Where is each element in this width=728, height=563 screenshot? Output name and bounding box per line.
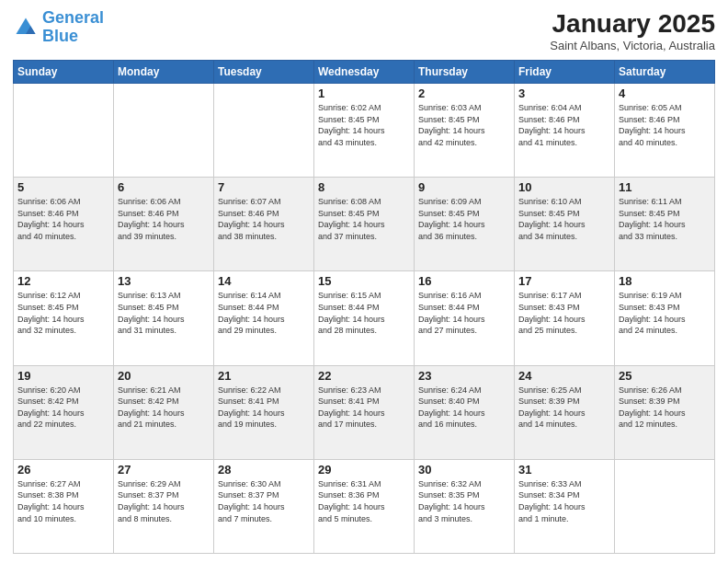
day-number: 2 <box>418 86 510 100</box>
calendar-week-5: 26Sunrise: 6:27 AM Sunset: 8:38 PM Dayli… <box>14 459 715 553</box>
calendar-cell: 8Sunrise: 6:08 AM Sunset: 8:45 PM Daylig… <box>314 178 415 271</box>
day-number: 3 <box>518 86 610 100</box>
day-info: Sunrise: 6:25 AM Sunset: 8:39 PM Dayligh… <box>518 385 610 431</box>
day-info: Sunrise: 6:11 AM Sunset: 8:45 PM Dayligh… <box>619 196 711 242</box>
calendar-cell: 9Sunrise: 6:09 AM Sunset: 8:45 PM Daylig… <box>415 178 515 271</box>
header: General Blue January 2025 Saint Albans, … <box>13 9 715 52</box>
calendar-cell: 26Sunrise: 6:27 AM Sunset: 8:38 PM Dayli… <box>14 459 114 553</box>
day-info: Sunrise: 6:30 AM Sunset: 8:37 PM Dayligh… <box>218 478 310 524</box>
day-number: 20 <box>118 369 210 383</box>
day-info: Sunrise: 6:32 AM Sunset: 8:35 PM Dayligh… <box>418 478 510 524</box>
page: General Blue January 2025 Saint Albans, … <box>0 0 728 563</box>
calendar-week-1: 1Sunrise: 6:02 AM Sunset: 8:45 PM Daylig… <box>14 84 715 178</box>
weekday-header-friday: Friday <box>515 61 615 84</box>
calendar-week-2: 5Sunrise: 6:06 AM Sunset: 8:46 PM Daylig… <box>14 178 715 271</box>
weekday-header-row: SundayMondayTuesdayWednesdayThursdayFrid… <box>14 61 715 84</box>
day-info: Sunrise: 6:07 AM Sunset: 8:46 PM Dayligh… <box>218 196 310 242</box>
day-info: Sunrise: 6:27 AM Sunset: 8:38 PM Dayligh… <box>17 478 109 524</box>
day-number: 4 <box>619 86 711 100</box>
calendar-cell: 24Sunrise: 6:25 AM Sunset: 8:39 PM Dayli… <box>515 365 615 459</box>
calendar-cell: 25Sunrise: 6:26 AM Sunset: 8:39 PM Dayli… <box>615 365 715 459</box>
calendar-cell: 13Sunrise: 6:13 AM Sunset: 8:45 PM Dayli… <box>114 271 214 365</box>
day-info: Sunrise: 6:31 AM Sunset: 8:36 PM Dayligh… <box>318 478 410 524</box>
calendar-cell <box>615 459 715 553</box>
day-info: Sunrise: 6:33 AM Sunset: 8:34 PM Dayligh… <box>518 478 610 524</box>
calendar-cell: 14Sunrise: 6:14 AM Sunset: 8:44 PM Dayli… <box>214 271 314 365</box>
calendar-cell: 6Sunrise: 6:06 AM Sunset: 8:46 PM Daylig… <box>114 178 214 271</box>
day-number: 16 <box>418 274 510 288</box>
day-info: Sunrise: 6:15 AM Sunset: 8:44 PM Dayligh… <box>318 290 410 336</box>
day-info: Sunrise: 6:10 AM Sunset: 8:45 PM Dayligh… <box>518 196 610 242</box>
day-info: Sunrise: 6:24 AM Sunset: 8:40 PM Dayligh… <box>418 385 510 431</box>
day-number: 19 <box>17 369 109 383</box>
calendar-cell: 5Sunrise: 6:06 AM Sunset: 8:46 PM Daylig… <box>14 178 114 271</box>
month-title: January 2025 <box>550 9 715 39</box>
weekday-header-monday: Monday <box>114 61 214 84</box>
day-number: 30 <box>418 463 510 477</box>
calendar-cell: 30Sunrise: 6:32 AM Sunset: 8:35 PM Dayli… <box>415 459 515 553</box>
day-number: 15 <box>318 274 410 288</box>
calendar-cell: 28Sunrise: 6:30 AM Sunset: 8:37 PM Dayli… <box>214 459 314 553</box>
calendar-cell: 17Sunrise: 6:17 AM Sunset: 8:43 PM Dayli… <box>515 271 615 365</box>
calendar-cell: 7Sunrise: 6:07 AM Sunset: 8:46 PM Daylig… <box>214 178 314 271</box>
day-info: Sunrise: 6:09 AM Sunset: 8:45 PM Dayligh… <box>418 196 510 242</box>
weekday-header-sunday: Sunday <box>14 61 114 84</box>
day-info: Sunrise: 6:02 AM Sunset: 8:45 PM Dayligh… <box>318 102 410 148</box>
day-info: Sunrise: 6:14 AM Sunset: 8:44 PM Dayligh… <box>218 290 310 336</box>
calendar-cell: 12Sunrise: 6:12 AM Sunset: 8:45 PM Dayli… <box>14 271 114 365</box>
calendar-cell: 16Sunrise: 6:16 AM Sunset: 8:44 PM Dayli… <box>415 271 515 365</box>
calendar-cell: 21Sunrise: 6:22 AM Sunset: 8:41 PM Dayli… <box>214 365 314 459</box>
calendar-cell: 3Sunrise: 6:04 AM Sunset: 8:46 PM Daylig… <box>515 84 615 178</box>
day-number: 23 <box>418 369 510 383</box>
day-number: 22 <box>318 369 410 383</box>
day-number: 21 <box>218 369 310 383</box>
day-number: 29 <box>318 463 410 477</box>
calendar-cell: 19Sunrise: 6:20 AM Sunset: 8:42 PM Dayli… <box>14 365 114 459</box>
day-number: 7 <box>218 180 310 194</box>
day-info: Sunrise: 6:08 AM Sunset: 8:45 PM Dayligh… <box>318 196 410 242</box>
day-number: 12 <box>17 274 109 288</box>
day-info: Sunrise: 6:13 AM Sunset: 8:45 PM Dayligh… <box>118 290 210 336</box>
day-info: Sunrise: 6:21 AM Sunset: 8:42 PM Dayligh… <box>118 385 210 431</box>
weekday-header-saturday: Saturday <box>615 61 715 84</box>
day-info: Sunrise: 6:29 AM Sunset: 8:37 PM Dayligh… <box>118 478 210 524</box>
calendar-cell: 31Sunrise: 6:33 AM Sunset: 8:34 PM Dayli… <box>515 459 615 553</box>
day-number: 27 <box>118 463 210 477</box>
calendar-cell: 4Sunrise: 6:05 AM Sunset: 8:46 PM Daylig… <box>615 84 715 178</box>
calendar-cell: 22Sunrise: 6:23 AM Sunset: 8:41 PM Dayli… <box>314 365 415 459</box>
calendar-table: SundayMondayTuesdayWednesdayThursdayFrid… <box>13 60 715 554</box>
day-number: 31 <box>518 463 610 477</box>
day-info: Sunrise: 6:05 AM Sunset: 8:46 PM Dayligh… <box>619 102 711 148</box>
logo: General Blue <box>13 9 104 46</box>
calendar-cell: 2Sunrise: 6:03 AM Sunset: 8:45 PM Daylig… <box>415 84 515 178</box>
day-number: 28 <box>218 463 310 477</box>
day-info: Sunrise: 6:12 AM Sunset: 8:45 PM Dayligh… <box>17 290 109 336</box>
calendar-cell <box>14 84 114 178</box>
day-number: 25 <box>619 369 711 383</box>
day-number: 17 <box>518 274 610 288</box>
day-info: Sunrise: 6:22 AM Sunset: 8:41 PM Dayligh… <box>218 385 310 431</box>
day-number: 26 <box>17 463 109 477</box>
calendar-cell: 10Sunrise: 6:10 AM Sunset: 8:45 PM Dayli… <box>515 178 615 271</box>
day-number: 9 <box>418 180 510 194</box>
location-subtitle: Saint Albans, Victoria, Australia <box>550 39 715 52</box>
day-number: 1 <box>318 86 410 100</box>
day-number: 24 <box>518 369 610 383</box>
weekday-header-wednesday: Wednesday <box>314 61 415 84</box>
logo-icon <box>13 15 39 40</box>
calendar-cell: 29Sunrise: 6:31 AM Sunset: 8:36 PM Dayli… <box>314 459 415 553</box>
title-area: January 2025 Saint Albans, Victoria, Aus… <box>550 9 715 52</box>
logo-blue: Blue <box>42 27 78 45</box>
day-info: Sunrise: 6:26 AM Sunset: 8:39 PM Dayligh… <box>619 385 711 431</box>
day-info: Sunrise: 6:16 AM Sunset: 8:44 PM Dayligh… <box>418 290 510 336</box>
day-number: 14 <box>218 274 310 288</box>
calendar-cell <box>114 84 214 178</box>
weekday-header-thursday: Thursday <box>415 61 515 84</box>
day-number: 5 <box>17 180 109 194</box>
calendar-cell: 15Sunrise: 6:15 AM Sunset: 8:44 PM Dayli… <box>314 271 415 365</box>
day-number: 18 <box>619 274 711 288</box>
calendar-cell: 27Sunrise: 6:29 AM Sunset: 8:37 PM Dayli… <box>114 459 214 553</box>
logo-text: General Blue <box>42 9 104 46</box>
weekday-header-tuesday: Tuesday <box>214 61 314 84</box>
calendar-cell: 11Sunrise: 6:11 AM Sunset: 8:45 PM Dayli… <box>615 178 715 271</box>
